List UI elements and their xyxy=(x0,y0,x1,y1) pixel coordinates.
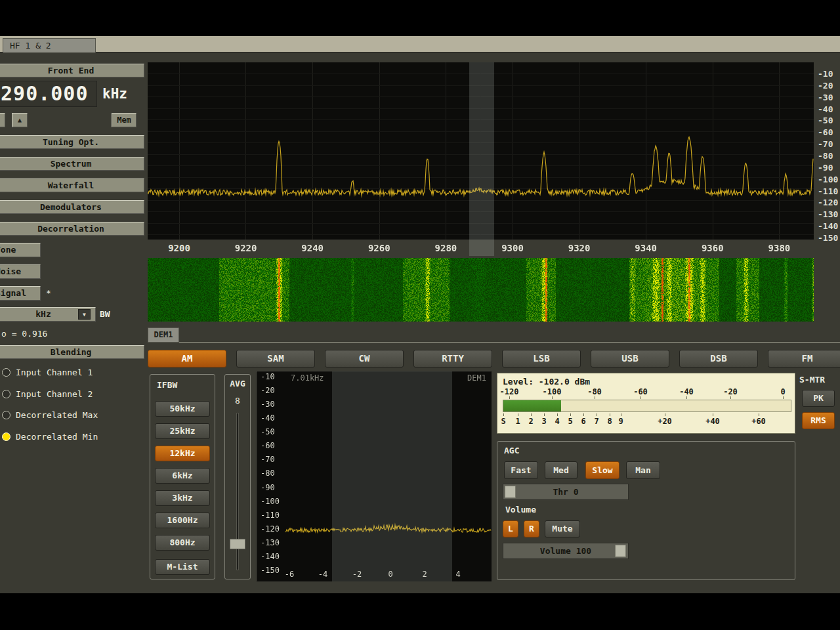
s-meter-track xyxy=(503,400,791,412)
ifbw-12khz-button[interactable]: 12kHz xyxy=(155,446,210,461)
right-channel-button[interactable]: R xyxy=(524,520,539,537)
memory-button[interactable]: Mem xyxy=(112,113,136,127)
tab-dem1[interactable]: DEM1 xyxy=(148,327,179,343)
section-waterfall[interactable]: Waterfall xyxy=(0,178,144,192)
agc-med-button[interactable]: Med xyxy=(545,461,578,479)
spectrum-freq-label: 9260 xyxy=(356,243,402,253)
if-passband-highlight[interactable] xyxy=(332,371,452,581)
section-tuning-opt[interactable]: Tuning Opt. xyxy=(0,135,144,149)
mode-rtty-button[interactable]: RTTY xyxy=(413,350,492,368)
sdr-app-window: HF 1 & 2 Front End 9290.000 kHz ▼ ▲ Mem … xyxy=(0,36,840,593)
spectrum-db-label: -150 xyxy=(818,233,840,243)
tuning-band-highlight[interactable] xyxy=(469,62,494,256)
mode-usb-button[interactable]: USB xyxy=(591,350,669,368)
decorr-bw-value: kHz xyxy=(35,309,51,319)
blend-option-input-channel-1[interactable]: Input Channel 1 xyxy=(0,366,144,379)
smeter-tick xyxy=(570,413,571,416)
tune-down-button[interactable]: ▼ xyxy=(0,113,5,127)
section-blending[interactable]: Blending xyxy=(0,345,144,359)
radio-icon xyxy=(2,390,10,398)
agc-slow-button[interactable]: Slow xyxy=(585,461,620,479)
mode-sam-button[interactable]: SAM xyxy=(236,350,315,368)
if-bandwidth-readout: 7.01kHz xyxy=(291,373,324,383)
avg-title: AVG xyxy=(225,379,250,388)
agc-man-button[interactable]: Man xyxy=(626,461,660,479)
mode-dsb-button[interactable]: DSB xyxy=(679,350,758,368)
spectrum-freq-label: 9220 xyxy=(223,243,269,253)
smeter-tick xyxy=(503,413,504,416)
agc-fast-button[interactable]: Fast xyxy=(504,461,538,479)
blend-option-decorrelated-max[interactable]: Decorrelated Max xyxy=(0,409,144,422)
if-db-label: -100 xyxy=(261,497,287,506)
section-decorrelation[interactable]: Decorrelation xyxy=(0,222,144,236)
spectrum-db-label: -10 xyxy=(818,69,840,79)
rms-mode-button[interactable]: RMS xyxy=(802,412,835,429)
if-x-label: 2 xyxy=(415,570,434,579)
spectrum-db-label: -130 xyxy=(818,209,840,219)
radio-label: Input Channel 1 xyxy=(16,368,93,377)
smeter-tick xyxy=(713,413,713,416)
smeter-tick xyxy=(621,413,621,416)
spectrum-db-label: -90 xyxy=(818,163,840,173)
if-db-label: -80 xyxy=(261,469,287,478)
smeter-s-label: 9 xyxy=(611,417,631,426)
spectrum-freq-label: 9200 xyxy=(156,243,202,253)
agc-threshold-label: Thr 0 xyxy=(503,487,628,497)
ifbw-25khz-button[interactable]: 25kHz xyxy=(155,423,210,439)
smeter-tick xyxy=(610,413,610,416)
ifbw-title: IFBW xyxy=(157,380,177,390)
radio-icon xyxy=(2,432,10,441)
spectrum-freq-label: 9300 xyxy=(490,243,536,253)
spectrum-db-label: -140 xyxy=(818,221,840,231)
spectrum-db-label: -110 xyxy=(818,186,840,196)
spectrum-freq-label: 9360 xyxy=(690,243,736,253)
frequency-value[interactable]: 9290.000 xyxy=(0,82,89,105)
decorr-tone-button[interactable]: Tone xyxy=(0,243,41,257)
spectrum-db-label: -100 xyxy=(818,175,840,184)
decorr-signal-button[interactable]: Signal xyxy=(0,286,41,301)
smeter-tick xyxy=(509,396,510,399)
if-spectrum-panel[interactable]: 7.01kHz DEM1 -10-20-30-40-50-60-70-80-90… xyxy=(256,371,491,581)
tab-hf-1-and-2[interactable]: HF 1 & 2 xyxy=(3,38,96,52)
memory-list-button[interactable]: M-List xyxy=(155,559,210,575)
waterfall-panel[interactable] xyxy=(148,258,814,322)
waterfall-canvas[interactable] xyxy=(148,258,814,322)
ifbw-50khz-button[interactable]: 50kHz xyxy=(155,401,210,417)
smeter-s-label: +20 xyxy=(655,417,675,426)
mode-fm-button[interactable]: FM xyxy=(768,350,840,368)
agc-threshold-slider[interactable]: Thr 0 xyxy=(503,484,629,500)
ifbw-3khz-button[interactable]: 3kHz xyxy=(155,490,210,506)
smeter-scale-label: -80 xyxy=(581,387,608,396)
spectrum-freq-label: 9340 xyxy=(623,243,669,253)
level-readout: Level: -102.0 dBm xyxy=(503,377,590,387)
spectrum-db-label: -80 xyxy=(818,151,840,161)
mode-am-button[interactable]: AM xyxy=(148,350,226,368)
mode-lsb-button[interactable]: LSB xyxy=(502,350,581,368)
ifbw-1600hz-button[interactable]: 1600Hz xyxy=(155,513,210,528)
smeter-scale-label: -120 xyxy=(496,387,522,396)
ifbw-6khz-button[interactable]: 6kHz xyxy=(155,468,210,484)
mode-cw-button[interactable]: CW xyxy=(325,350,404,368)
section-spectrum[interactable]: Spectrum xyxy=(0,157,144,171)
peak-mode-button[interactable]: PK xyxy=(802,390,835,407)
if-x-label: 0 xyxy=(381,570,400,579)
ifbw-800hz-button[interactable]: 800Hz xyxy=(155,535,210,551)
blend-option-decorrelated-min[interactable]: Decorrelated Min xyxy=(0,430,144,444)
decorr-bw-select[interactable]: kHz ▼ xyxy=(0,307,96,322)
tune-up-button[interactable]: ▲ xyxy=(12,113,28,127)
mute-button[interactable]: Mute xyxy=(545,520,580,537)
radio-label: Decorrelated Max xyxy=(16,410,98,420)
chevron-down-icon[interactable]: ▼ xyxy=(78,309,91,320)
section-demodulators[interactable]: Demodulators xyxy=(0,200,144,214)
radio-icon xyxy=(2,368,10,377)
smeter-tick xyxy=(730,396,731,399)
blend-option-input-channel-2[interactable]: Input Channel 2 xyxy=(0,388,144,401)
avg-slider-handle[interactable] xyxy=(230,539,245,549)
left-channel-button[interactable]: L xyxy=(503,520,518,537)
s-meter-panel: Level: -102.0 dBm -120-100-80-60-40-200S… xyxy=(497,373,795,434)
decorr-noise-button[interactable]: Noise xyxy=(0,264,41,279)
volume-slider[interactable]: Volume 100 xyxy=(503,543,629,559)
section-front-end[interactable]: Front End xyxy=(0,64,144,77)
smeter-tick xyxy=(640,396,641,399)
if-db-label: -50 xyxy=(261,427,287,436)
